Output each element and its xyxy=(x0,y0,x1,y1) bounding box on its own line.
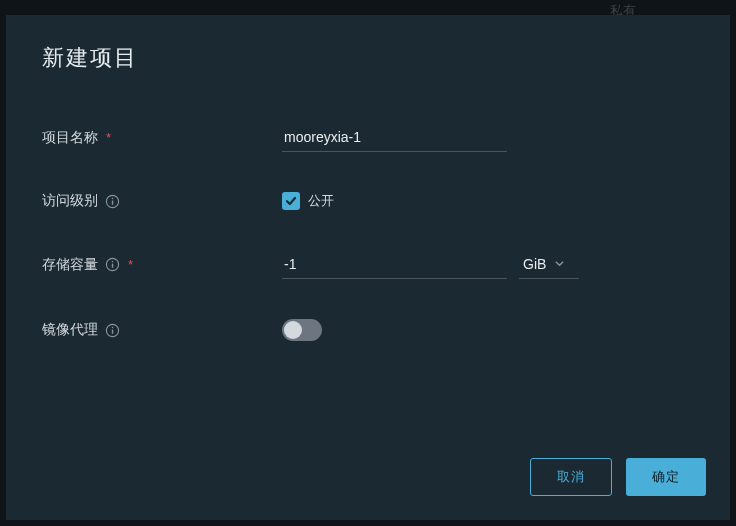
confirm-button[interactable]: 确定 xyxy=(626,458,706,496)
project-name-input[interactable] xyxy=(282,123,507,152)
modal-body: 项目名称 * 访问级别 xyxy=(6,83,730,440)
toggle-knob xyxy=(284,321,302,339)
storage-quota-row: 存储容量 * GiB xyxy=(42,250,694,279)
modal-title: 新建项目 xyxy=(42,43,694,73)
storage-quota-input[interactable] xyxy=(282,250,507,279)
svg-point-8 xyxy=(111,326,113,328)
access-level-row: 访问级别 公开 xyxy=(42,192,694,210)
public-checkbox[interactable] xyxy=(282,192,300,210)
mirror-proxy-label: 镜像代理 xyxy=(42,321,282,339)
access-level-label-text: 访问级别 xyxy=(42,192,98,210)
storage-quota-label: 存储容量 * xyxy=(42,256,282,274)
storage-unit-label: GiB xyxy=(523,256,546,272)
mirror-proxy-row: 镜像代理 xyxy=(42,319,694,341)
project-name-label-text: 项目名称 xyxy=(42,129,98,147)
svg-point-2 xyxy=(111,197,113,199)
public-checkbox-wrap: 公开 xyxy=(282,192,334,210)
storage-quota-label-text: 存储容量 xyxy=(42,256,98,274)
svg-point-5 xyxy=(111,261,113,263)
cancel-button[interactable]: 取消 xyxy=(530,458,612,496)
required-mark-icon: * xyxy=(106,130,111,145)
modal-footer: 取消 确定 xyxy=(6,440,730,520)
public-checkbox-label: 公开 xyxy=(308,192,334,210)
project-name-label: 项目名称 * xyxy=(42,129,282,147)
info-icon[interactable] xyxy=(104,257,120,273)
chevron-down-icon xyxy=(554,258,565,269)
storage-unit-select[interactable]: GiB xyxy=(519,251,579,279)
create-project-modal: 新建项目 项目名称 * 访问级别 xyxy=(6,15,730,520)
info-icon[interactable] xyxy=(104,322,120,338)
modal-header: 新建项目 xyxy=(6,15,730,83)
info-icon[interactable] xyxy=(104,193,120,209)
mirror-proxy-label-text: 镜像代理 xyxy=(42,321,98,339)
required-mark-icon: * xyxy=(128,257,133,272)
mirror-proxy-toggle[interactable] xyxy=(282,319,322,341)
access-level-label: 访问级别 xyxy=(42,192,282,210)
project-name-row: 项目名称 * xyxy=(42,123,694,152)
